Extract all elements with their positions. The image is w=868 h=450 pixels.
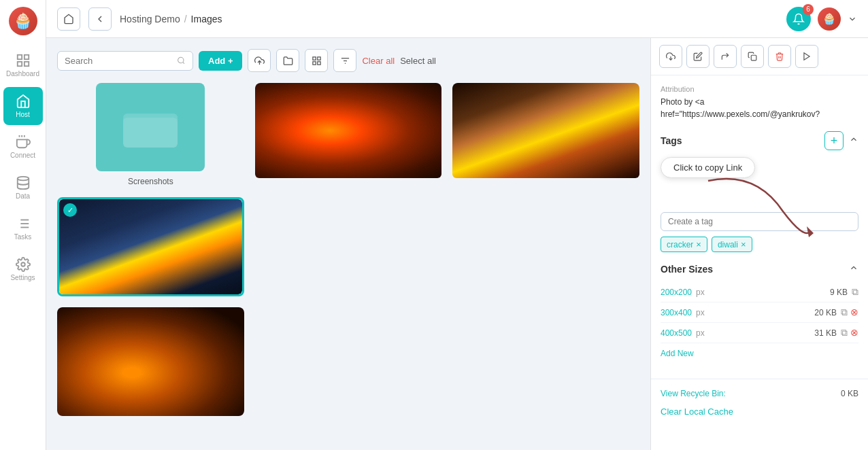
file-browser: Add +	[46, 38, 650, 450]
folder-icon	[96, 83, 205, 171]
recycle-row: View Recycle Bin: 0 KB	[661, 389, 858, 398]
svg-rect-26	[123, 118, 178, 148]
folder-item-screenshots[interactable]: Screenshots	[57, 83, 244, 186]
other-sizes-title: Other Sizes	[661, 264, 713, 275]
selected-check-badge: ✓	[63, 203, 77, 217]
home-button[interactable]	[57, 7, 80, 31]
size-link-200[interactable]: 200x200	[661, 288, 692, 297]
back-button[interactable]	[88, 7, 112, 31]
svg-rect-28	[751, 55, 756, 60]
other-sizes-header: Other Sizes	[661, 263, 858, 275]
edit-button[interactable]	[686, 45, 710, 68]
sidebar-item-data[interactable]: Data	[3, 169, 43, 207]
sidebar-item-settings[interactable]: Settings	[3, 250, 43, 288]
svg-rect-19	[318, 56, 320, 59]
tags-area: Tags + Click to	[661, 131, 858, 252]
size-copy-1[interactable]: ⧉	[841, 307, 848, 318]
tag-item-diwali: diwali ×	[712, 237, 752, 252]
folder-shape-icon	[123, 107, 178, 148]
select-all-button[interactable]: Select all	[400, 56, 436, 66]
svg-rect-21	[318, 61, 320, 64]
chevron-down-icon	[848, 14, 857, 24]
size-link-300[interactable]: 300x400	[661, 308, 692, 317]
upload-button[interactable]	[248, 49, 271, 72]
file-grid: Screenshots ✓	[57, 83, 639, 416]
image-thumbnail-0	[255, 83, 442, 178]
sidebar-item-tasks[interactable]: Tasks	[3, 209, 43, 247]
grid-view-button[interactable]	[305, 49, 328, 72]
copy-link-tooltip[interactable]: Click to copy Link	[661, 157, 755, 178]
copy-button[interactable]	[741, 45, 764, 68]
image-item-3[interactable]	[57, 307, 244, 416]
notification-button[interactable]: 6	[786, 7, 811, 31]
topbar: Hosting Demo / Images 6 🧁	[46, 0, 868, 38]
tag-remove-cracker[interactable]: ×	[696, 239, 701, 249]
image-thumbnail-2	[59, 199, 242, 294]
sidebar-item-dashboard[interactable]: Dashboard	[3, 46, 43, 84]
panel-content: Attribution Photo by <a href="https://ww…	[651, 75, 868, 379]
image-thumbnail-1	[452, 83, 639, 178]
size-row-1: 300x400 px 20 KB ⧉ ⊗	[661, 302, 858, 323]
add-new-size-link[interactable]: Add New	[661, 349, 858, 358]
tag-input-field[interactable]	[661, 212, 858, 231]
other-sizes-toggle[interactable]	[849, 263, 858, 275]
breadcrumb: Hosting Demo / Images	[120, 14, 222, 24]
svg-rect-3	[24, 62, 28, 66]
folder-button[interactable]	[276, 49, 299, 72]
image-item-2[interactable]: ✓	[57, 197, 244, 296]
add-button[interactable]: Add +	[199, 51, 242, 71]
size-copy-0[interactable]: ⧉	[852, 286, 858, 298]
sidebar: 🧁 Dashboard Host Connect Data	[0, 0, 46, 450]
size-actions-1: ⧉ ⊗	[841, 307, 858, 318]
main-content: Hosting Demo / Images 6 🧁	[46, 0, 868, 450]
search-box[interactable]	[57, 51, 193, 71]
breadcrumb-root: Hosting Demo	[120, 14, 180, 24]
size-delete-2[interactable]: ⊗	[850, 327, 858, 339]
sidebar-item-host[interactable]: Host	[3, 87, 43, 125]
svg-rect-0	[17, 55, 21, 59]
add-tag-button[interactable]: +	[824, 131, 844, 150]
play-button[interactable]	[795, 45, 818, 68]
sidebar-item-connect[interactable]: Connect	[3, 128, 43, 166]
size-unit-0: px	[696, 288, 705, 297]
svg-point-7	[17, 177, 29, 181]
size-kb-0: 9 KB	[830, 288, 848, 297]
svg-point-14	[21, 262, 25, 266]
image-item-1[interactable]	[452, 83, 639, 186]
tags-toggle-icon[interactable]	[849, 135, 858, 147]
file-toolbar: Add +	[57, 49, 639, 72]
share-button[interactable]	[714, 45, 737, 68]
app-logo[interactable]: 🧁	[9, 7, 37, 35]
attribution-section: Attribution Photo by <a href="https://ww…	[661, 85, 858, 120]
recycle-bin-link[interactable]: View Recycle Bin:	[661, 389, 726, 398]
recycle-bin-size: 0 KB	[841, 389, 858, 398]
svg-rect-1	[24, 55, 28, 59]
clear-cache-button[interactable]: Clear Local Cache	[661, 406, 733, 417]
sidebar-item-label-connect: Connect	[10, 152, 35, 159]
attribution-text: Photo by <a href="https://www.pexels.com…	[661, 96, 858, 120]
svg-rect-18	[313, 56, 316, 59]
download-button[interactable]	[659, 45, 682, 68]
search-input[interactable]	[65, 56, 173, 66]
clear-all-button[interactable]: Clear all	[362, 56, 395, 66]
delete-button[interactable]	[768, 45, 791, 68]
folder-label: Screenshots	[128, 177, 173, 186]
size-link-400[interactable]: 400x500	[661, 328, 692, 338]
svg-rect-2	[17, 62, 21, 66]
tags-section-title: Tags	[661, 135, 682, 146]
size-unit-2: px	[696, 328, 705, 338]
size-copy-2[interactable]: ⧉	[841, 327, 848, 339]
sidebar-item-label-data: Data	[16, 192, 30, 200]
sort-button[interactable]	[333, 49, 356, 72]
right-toolbar	[651, 38, 868, 75]
attribution-label: Attribution	[661, 85, 858, 93]
tag-remove-diwali[interactable]: ×	[741, 239, 746, 249]
svg-line-16	[183, 62, 184, 63]
svg-marker-29	[804, 53, 809, 60]
image-item-0[interactable]	[255, 83, 442, 186]
avatar[interactable]: 🧁	[818, 7, 841, 31]
bottom-actions: View Recycle Bin: 0 KB Clear Local Cache	[651, 379, 868, 427]
size-delete-1[interactable]: ⊗	[850, 307, 858, 318]
image-thumbnail-3	[57, 307, 244, 416]
right-panel: Attribution Photo by <a href="https://ww…	[650, 38, 868, 450]
